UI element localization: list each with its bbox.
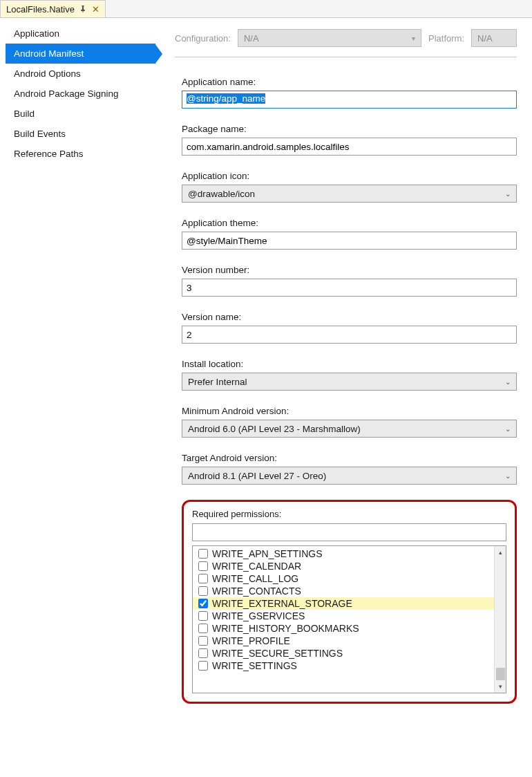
close-icon[interactable]: ✕: [91, 5, 99, 13]
permission-name: WRITE_EXTERNAL_STORAGE: [212, 598, 352, 609]
permission-checkbox[interactable]: [198, 624, 208, 633]
tab-strip: LocalFiles.Native ✕: [0, 0, 532, 18]
tab-title: LocalFiles.Native: [6, 4, 75, 15]
version-number-input[interactable]: [182, 279, 517, 297]
sidebar-item-application[interactable]: Application: [6, 24, 155, 44]
platform-select[interactable]: N/A: [471, 29, 517, 47]
sidebar-item-android-options[interactable]: Android Options: [6, 64, 155, 84]
permission-item[interactable]: WRITE_CALENDAR: [193, 560, 494, 572]
permission-name: WRITE_HISTORY_BOOKMARKS: [212, 623, 359, 634]
permission-item[interactable]: WRITE_CALL_LOG: [193, 572, 494, 585]
package-name-input[interactable]: [182, 138, 517, 156]
config-row: Configuration: N/A ▾ Platform: N/A: [175, 29, 517, 57]
document-tab[interactable]: LocalFiles.Native ✕: [0, 0, 106, 17]
permission-checkbox[interactable]: [198, 636, 208, 646]
permission-checkbox[interactable]: [198, 574, 208, 583]
scroll-down-icon[interactable]: ▾: [499, 682, 502, 691]
app-name-label: Application name:: [182, 77, 517, 87]
install-location-select[interactable]: Prefer Internal ⌄: [182, 373, 517, 391]
app-name-input[interactable]: @string/app_name: [182, 91, 517, 109]
permission-name: WRITE_CALL_LOG: [212, 573, 298, 584]
permission-item[interactable]: WRITE_SETTINGS: [193, 659, 494, 672]
permission-name: WRITE_SETTINGS: [212, 660, 297, 671]
permission-name: WRITE_GSERVICES: [212, 610, 305, 621]
sidebar: ApplicationAndroid ManifestAndroid Optio…: [0, 18, 155, 777]
chevron-down-icon: ⌄: [505, 378, 511, 386]
min-android-label: Minimum Android version:: [182, 406, 517, 416]
permission-item[interactable]: WRITE_CONTACTS: [193, 585, 494, 597]
sidebar-item-android-manifest[interactable]: Android Manifest: [6, 44, 155, 64]
required-permissions-label: Required permissions:: [192, 509, 506, 519]
scroll-up-icon[interactable]: ▴: [499, 547, 502, 557]
permissions-list[interactable]: WRITE_APN_SETTINGSWRITE_CALENDARWRITE_CA…: [193, 546, 494, 693]
app-icon-label: Application icon:: [182, 171, 517, 181]
permission-item[interactable]: WRITE_PROFILE: [193, 635, 494, 647]
target-android-select[interactable]: Android 8.1 (API Level 27 - Oreo) ⌄: [182, 467, 517, 485]
permission-checkbox[interactable]: [198, 561, 208, 571]
version-number-label: Version number:: [182, 265, 517, 275]
permission-name: WRITE_CONTACTS: [212, 586, 301, 597]
permission-item[interactable]: WRITE_GSERVICES: [193, 610, 494, 622]
permission-name: WRITE_CALENDAR: [212, 561, 301, 572]
scroll-thumb[interactable]: [496, 668, 505, 680]
app-icon-select[interactable]: @drawable/icon ⌄: [182, 185, 517, 203]
required-permissions-group: Required permissions: WRITE_APN_SETTINGS…: [182, 500, 517, 704]
permission-checkbox[interactable]: [198, 599, 208, 608]
permission-item[interactable]: WRITE_EXTERNAL_STORAGE: [193, 597, 494, 610]
app-theme-label: Application theme:: [182, 218, 517, 228]
permission-checkbox[interactable]: [198, 661, 208, 671]
scrollbar[interactable]: ▴ ▾: [494, 546, 506, 693]
platform-label: Platform:: [428, 33, 464, 44]
chevron-down-icon: ⌄: [505, 472, 511, 480]
permission-checkbox[interactable]: [198, 586, 208, 596]
sidebar-item-build[interactable]: Build: [6, 104, 155, 124]
permission-item[interactable]: WRITE_SECURE_SETTINGS: [193, 647, 494, 659]
permission-checkbox[interactable]: [198, 611, 208, 621]
permission-name: WRITE_SECURE_SETTINGS: [212, 648, 343, 659]
permission-item[interactable]: WRITE_APN_SETTINGS: [193, 547, 494, 560]
permission-item[interactable]: WRITE_HISTORY_BOOKMARKS: [193, 622, 494, 635]
chevron-down-icon: ⌄: [505, 190, 511, 198]
permission-checkbox[interactable]: [198, 648, 208, 658]
pin-icon[interactable]: [79, 5, 87, 13]
permission-name: WRITE_PROFILE: [212, 635, 290, 646]
version-name-input[interactable]: [182, 326, 517, 344]
sidebar-item-android-package-signing[interactable]: Android Package Signing: [6, 84, 155, 104]
configuration-select[interactable]: N/A ▾: [238, 29, 421, 47]
install-location-label: Install location:: [182, 359, 517, 369]
sidebar-item-build-events[interactable]: Build Events: [6, 124, 155, 144]
version-name-label: Version name:: [182, 312, 517, 322]
target-android-label: Target Android version:: [182, 453, 517, 463]
package-name-label: Package name:: [182, 124, 517, 134]
permissions-filter-input[interactable]: [192, 523, 506, 541]
sidebar-item-reference-paths[interactable]: Reference Paths: [6, 144, 155, 164]
configuration-label: Configuration:: [175, 33, 231, 44]
content-panel: Configuration: N/A ▾ Platform: N/A Appli…: [155, 18, 532, 777]
permission-name: WRITE_APN_SETTINGS: [212, 548, 322, 559]
app-theme-input[interactable]: [182, 232, 517, 250]
chevron-down-icon: ▾: [412, 35, 415, 42]
permission-checkbox[interactable]: [198, 549, 208, 559]
chevron-down-icon: ⌄: [505, 425, 511, 433]
min-android-select[interactable]: Android 6.0 (API Level 23 - Marshmallow)…: [182, 420, 517, 438]
